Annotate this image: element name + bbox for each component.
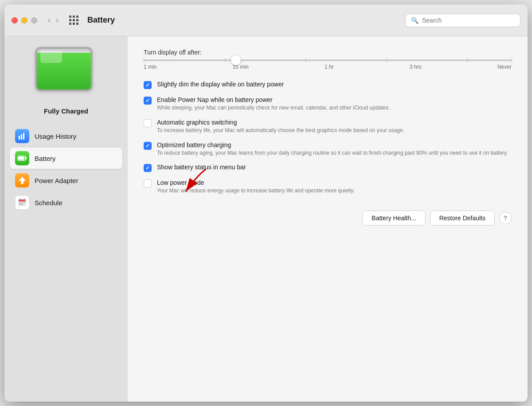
- setting-optimized-charging: Optimized battery charging To reduce bat…: [144, 141, 512, 157]
- slider-label-never: Never: [497, 64, 512, 70]
- battery-icon: [15, 151, 29, 165]
- svg-rect-1: [21, 134, 22, 140]
- low-power-mode-title: Low power mode: [157, 179, 512, 186]
- checkbox-auto-graphics[interactable]: [144, 119, 152, 127]
- svg-rect-2: [23, 133, 24, 140]
- battery-status-label: Fully Charged: [44, 107, 88, 115]
- optimized-charging-desc: To reduce battery aging, your Mac learns…: [157, 149, 512, 157]
- slider-thumb[interactable]: [231, 55, 241, 65]
- auto-graphics-desc: To increase battery life, your Mac will …: [157, 127, 512, 134]
- show-battery-status-content: Show battery status in menu bar: [157, 164, 512, 172]
- auto-graphics-content: Automatic graphics switching To increase…: [157, 119, 512, 134]
- battery-health-button[interactable]: Battery Health...: [362, 211, 425, 226]
- optimized-charging-content: Optimized battery charging To reduce bat…: [157, 141, 512, 157]
- setting-auto-graphics: Automatic graphics switching To increase…: [144, 119, 512, 134]
- titlebar: ‹ › Battery 🔍: [4, 4, 528, 36]
- low-power-mode-content: Low power mode Your Mac will reduce ener…: [157, 179, 512, 195]
- grid-icon[interactable]: [69, 16, 78, 25]
- forward-button[interactable]: ›: [54, 15, 60, 26]
- battery-shine: [40, 51, 62, 63]
- usage-history-icon: [15, 129, 29, 143]
- svg-rect-15: [20, 204, 21, 205]
- sidebar-item-schedule-label: Schedule: [35, 199, 63, 207]
- display-off-section: Turn display off after: 1 min: [144, 49, 512, 70]
- checkbox-power-nap[interactable]: [144, 97, 152, 105]
- slider-container[interactable]: 1 min 15 min 1 hr 3 hrs Never: [144, 59, 512, 70]
- checkbox-show-battery-status[interactable]: [144, 164, 152, 172]
- settings-list: Slightly dim the display while on batter…: [144, 81, 512, 195]
- nav-buttons: ‹ ›: [46, 15, 60, 26]
- sidebar-item-battery-label: Battery: [35, 155, 56, 162]
- svg-rect-16: [22, 204, 23, 205]
- search-input[interactable]: [422, 17, 515, 24]
- power-nap-desc: While sleeping, your Mac can periodicall…: [157, 104, 512, 112]
- back-button[interactable]: ‹: [46, 15, 52, 26]
- setting-power-nap: Enable Power Nap while on battery power …: [144, 96, 512, 112]
- close-button[interactable]: [12, 17, 18, 23]
- slider-label-1min: 1 min: [144, 64, 156, 70]
- slider-label: Turn display off after:: [144, 49, 512, 56]
- bottom-bar: Battery Health... Restore Defaults ?: [144, 203, 512, 226]
- setting-low-power-mode: Low power mode Your Mac will reduce ener…: [144, 179, 512, 195]
- dim-display-title: Slightly dim the display while on batter…: [157, 81, 512, 88]
- sidebar-item-power-adapter-label: Power Adapter: [35, 177, 78, 184]
- search-box[interactable]: 🔍: [405, 14, 520, 27]
- svg-marker-6: [19, 177, 26, 184]
- svg-rect-4: [19, 157, 24, 160]
- setting-show-battery-status: Show battery status in menu bar: [144, 164, 512, 172]
- low-power-mode-desc: Your Mac will reduce energy usage to inc…: [157, 187, 512, 195]
- sidebar-item-usage-history-label: Usage History: [35, 133, 76, 140]
- power-nap-content: Enable Power Nap while on battery power …: [157, 96, 512, 112]
- dim-display-content: Slightly dim the display while on batter…: [157, 81, 512, 89]
- setting-dim-display: Slightly dim the display while on batter…: [144, 81, 512, 89]
- traffic-lights: [12, 17, 37, 23]
- sidebar-item-battery[interactable]: Battery: [10, 148, 122, 169]
- svg-rect-13: [22, 203, 23, 203]
- sidebar-item-power-adapter[interactable]: Power Adapter: [10, 170, 122, 191]
- battery-illustration: [35, 47, 97, 100]
- help-button[interactable]: ?: [499, 212, 512, 224]
- checkbox-dim-display[interactable]: [144, 81, 152, 89]
- show-battery-status-title: Show battery status in menu bar: [157, 164, 512, 171]
- checkbox-low-power-mode[interactable]: [144, 180, 152, 187]
- sidebar-item-schedule[interactable]: Schedule: [10, 192, 122, 213]
- svg-rect-0: [19, 136, 20, 140]
- svg-rect-14: [23, 203, 25, 203]
- sidebar-item-usage-history[interactable]: Usage History: [10, 125, 122, 147]
- checkbox-optimized-charging[interactable]: [144, 142, 152, 150]
- main-area: Fully Charged Usage History: [4, 36, 528, 402]
- sidebar-nav: Usage History Battery: [10, 125, 122, 213]
- svg-rect-5: [25, 157, 27, 160]
- auto-graphics-title: Automatic graphics switching: [157, 119, 512, 126]
- schedule-icon: [15, 195, 29, 210]
- sidebar: Fully Charged Usage History: [4, 36, 128, 402]
- slider-label-1hr: 1 hr: [325, 64, 334, 70]
- restore-defaults-button[interactable]: Restore Defaults: [430, 211, 495, 226]
- svg-rect-9: [19, 201, 26, 202]
- slider-label-3hrs: 3 hrs: [410, 64, 422, 70]
- slider-labels: 1 min 15 min 1 hr 3 hrs Never: [144, 64, 512, 70]
- power-adapter-icon: [15, 173, 29, 187]
- minimize-button[interactable]: [21, 17, 27, 23]
- content-area: Turn display off after: 1 min: [128, 36, 528, 402]
- svg-rect-12: [20, 203, 21, 203]
- slider-track: [144, 59, 512, 61]
- optimized-charging-title: Optimized battery charging: [157, 141, 512, 148]
- system-preferences-window: ‹ › Battery 🔍 Fully Charged: [4, 4, 528, 402]
- power-nap-title: Enable Power Nap while on battery power: [157, 96, 512, 103]
- search-icon: 🔍: [411, 17, 419, 24]
- maximize-button[interactable]: [31, 17, 37, 23]
- battery-body: [35, 47, 93, 91]
- window-title: Battery: [87, 16, 400, 25]
